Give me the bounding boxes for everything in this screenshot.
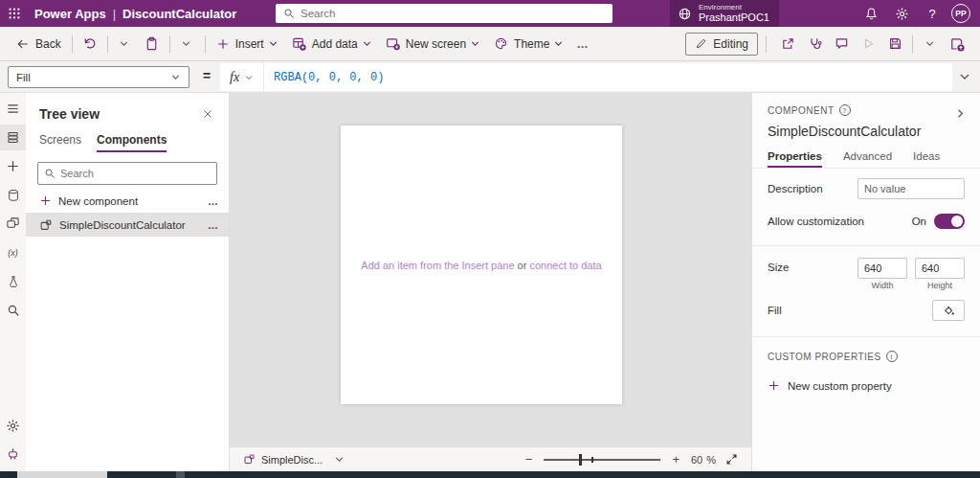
back-button[interactable]: Back bbox=[10, 32, 68, 57]
save-menu-button[interactable] bbox=[917, 32, 944, 57]
play-icon bbox=[861, 36, 876, 51]
command-bar: Back Insert Add data New screen Theme bbox=[0, 27, 980, 61]
tree-search-box[interactable] bbox=[37, 162, 217, 185]
tab-components[interactable]: Components bbox=[97, 133, 167, 152]
app-launcher-button[interactable] bbox=[0, 0, 29, 27]
rail-variables-button[interactable]: (x) bbox=[0, 239, 26, 265]
tree-search-input[interactable] bbox=[60, 168, 211, 179]
environment-picker[interactable]: Environment PrashantPOC1 bbox=[670, 0, 779, 27]
notifications-button[interactable] bbox=[856, 0, 886, 27]
global-search-box[interactable] bbox=[276, 4, 612, 23]
tree-item-overflow-button[interactable]: … bbox=[208, 219, 219, 231]
rail-virtual-agent-button[interactable] bbox=[0, 442, 26, 467]
clipboard-icon bbox=[145, 36, 159, 51]
editing-mode-button[interactable]: Editing bbox=[685, 33, 758, 56]
rail-data-button[interactable] bbox=[0, 182, 26, 208]
undo-icon bbox=[82, 36, 97, 51]
chevron-down-icon bbox=[924, 38, 935, 49]
tree-item-label: SimpleDiscountCalculator bbox=[59, 219, 186, 231]
rail-media-button[interactable] bbox=[0, 211, 26, 237]
chevron-down-icon bbox=[553, 38, 564, 49]
brand-title[interactable]: Power Apps bbox=[34, 7, 106, 21]
tree-item-component[interactable]: SimpleDiscountCalculator … bbox=[26, 213, 229, 237]
zoom-slider-tick bbox=[591, 457, 593, 463]
zoom-in-button[interactable]: + bbox=[670, 452, 681, 467]
tree-view-close-button[interactable] bbox=[198, 104, 217, 124]
rail-search-button[interactable] bbox=[0, 297, 26, 323]
component-artboard[interactable]: Add an item from the Insert pane or conn… bbox=[341, 125, 622, 404]
info-circle-icon[interactable]: i bbox=[886, 351, 898, 362]
panel-collapse-button[interactable] bbox=[954, 106, 967, 120]
chevron-right-icon bbox=[954, 107, 967, 120]
settings-button[interactable] bbox=[886, 0, 917, 27]
toolbar-divider bbox=[766, 35, 767, 53]
connect-to-data-link[interactable]: connect to data bbox=[529, 260, 601, 271]
paste-menu-button[interactable] bbox=[174, 32, 201, 57]
tab-ideas[interactable]: Ideas bbox=[913, 150, 940, 168]
zoom-slider[interactable] bbox=[544, 454, 660, 466]
paint-bucket-icon bbox=[943, 305, 955, 317]
help-circle-icon[interactable]: ? bbox=[839, 104, 851, 116]
tree-view-title: Tree view bbox=[39, 106, 100, 122]
plus-icon bbox=[216, 37, 230, 51]
rail-insert-button[interactable] bbox=[0, 153, 26, 179]
plus-icon bbox=[6, 159, 20, 173]
canvas-status-bar: SimpleDisc... − + 60% bbox=[230, 446, 751, 471]
chevron-down-icon bbox=[334, 454, 345, 465]
tab-advanced[interactable]: Advanced bbox=[843, 150, 892, 168]
toolbar-overflow-button[interactable]: … bbox=[570, 37, 594, 51]
new-screen-button[interactable]: New screen bbox=[379, 32, 487, 57]
undo-button[interactable] bbox=[77, 32, 103, 57]
properties-tabs: Properties Advanced Ideas bbox=[768, 150, 965, 168]
allow-customization-toggle[interactable] bbox=[934, 214, 965, 229]
width-input[interactable] bbox=[858, 258, 907, 279]
paste-button[interactable] bbox=[139, 32, 166, 57]
zoom-slider-thumb[interactable] bbox=[579, 454, 582, 466]
fx-dropdown-button[interactable]: fx bbox=[220, 63, 264, 91]
rail-settings-button[interactable] bbox=[0, 413, 26, 439]
global-search-input[interactable] bbox=[301, 8, 605, 19]
back-label: Back bbox=[35, 37, 61, 51]
variables-icon: (x) bbox=[8, 248, 18, 258]
comments-button[interactable] bbox=[828, 32, 855, 57]
chevron-down-icon bbox=[958, 70, 971, 83]
zoom-out-button[interactable]: − bbox=[523, 452, 535, 467]
description-input[interactable] bbox=[858, 178, 965, 199]
insert-pane-link[interactable]: Add an item from the Insert pane bbox=[361, 260, 514, 271]
component-icon bbox=[243, 453, 256, 466]
property-selector[interactable]: Fill bbox=[8, 66, 189, 88]
description-row: Description bbox=[752, 176, 980, 201]
panel-divider bbox=[752, 336, 980, 337]
save-button[interactable] bbox=[881, 32, 908, 57]
share-button[interactable] bbox=[774, 32, 801, 57]
preview-button[interactable] bbox=[855, 32, 881, 57]
help-button[interactable]: ? bbox=[917, 0, 947, 27]
formula-text[interactable]: RGBA(0, 0, 0, 0) bbox=[264, 71, 384, 84]
tab-properties[interactable]: Properties bbox=[768, 150, 822, 168]
tab-screens[interactable]: Screens bbox=[39, 133, 81, 152]
undo-menu-button[interactable] bbox=[112, 32, 139, 57]
app-checker-button[interactable] bbox=[801, 32, 828, 57]
power-apps-studio: Power Apps | DiscountCalculator Environm… bbox=[0, 0, 980, 478]
rail-menu-button[interactable] bbox=[0, 96, 26, 122]
screen-selector[interactable]: SimpleDisc... bbox=[243, 453, 345, 466]
rail-tree-view-button[interactable] bbox=[0, 125, 26, 150]
breadcrumb: Power Apps | DiscountCalculator bbox=[34, 7, 236, 21]
insert-button[interactable]: Insert bbox=[210, 32, 285, 57]
account-avatar[interactable]: PP bbox=[951, 4, 970, 23]
new-custom-property-button[interactable]: New custom property bbox=[752, 379, 980, 392]
height-input[interactable] bbox=[915, 258, 965, 279]
publish-icon bbox=[949, 36, 965, 52]
equals-sign: = bbox=[203, 68, 211, 83]
theme-button[interactable]: Theme bbox=[487, 32, 570, 57]
add-data-button[interactable]: Add data bbox=[285, 32, 379, 57]
chevron-down-icon bbox=[119, 38, 129, 49]
panel-divider bbox=[752, 245, 980, 246]
new-component-button[interactable]: New component … bbox=[26, 189, 229, 213]
fill-color-button[interactable] bbox=[932, 300, 965, 321]
new-component-overflow-button[interactable]: … bbox=[208, 195, 219, 207]
publish-button[interactable] bbox=[944, 32, 970, 57]
formula-bar-expand-button[interactable] bbox=[953, 67, 976, 86]
fit-to-window-button[interactable] bbox=[725, 453, 738, 466]
rail-advanced-tools-button[interactable] bbox=[0, 268, 26, 294]
